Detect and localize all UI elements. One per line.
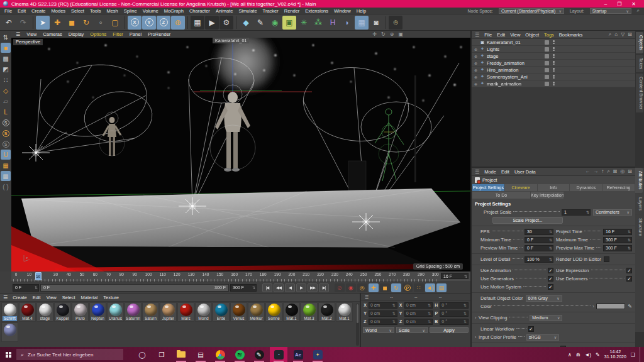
- close-button[interactable]: ✕: [631, 1, 636, 7]
- live-selection-tool[interactable]: ➤: [36, 16, 50, 30]
- pen-icon[interactable]: ✎: [596, 352, 600, 358]
- menu-item[interactable]: Animate: [216, 8, 233, 14]
- menu-item[interactable]: Tools: [90, 8, 101, 14]
- panel-tab[interactable]: Structure: [635, 215, 643, 239]
- viewport-menu-item[interactable]: Cameras: [43, 31, 62, 37]
- material-menu-item[interactable]: Create: [13, 295, 27, 300]
- project-time-input[interactable]: 16 F⇅: [603, 229, 632, 235]
- am-lock-icon[interactable]: ⊠: [613, 168, 618, 175]
- menu-item[interactable]: Tracker: [263, 8, 279, 14]
- material-item[interactable]: Mond: [195, 302, 212, 322]
- next-key-button[interactable]: ▶▶: [308, 283, 318, 292]
- am-forward-icon[interactable]: →: [593, 168, 598, 175]
- x-axis-lock[interactable]: X: [128, 16, 142, 30]
- project-scale-unit-select[interactable]: Centimeters∨: [593, 209, 632, 216]
- viewport-solo-off[interactable]: S: [1, 118, 11, 128]
- material-name[interactable]: Sonne: [268, 316, 280, 321]
- material-sphere[interactable]: [250, 304, 263, 316]
- am-menu-item[interactable]: Mode: [484, 169, 496, 175]
- am-menu-icon[interactable]: ☰: [475, 169, 479, 175]
- level-of-detail-input[interactable]: 100 %⇅: [525, 256, 553, 263]
- title-bar[interactable]: Cinema 4D S22.123 (RC) (Educational Lice…: [0, 0, 644, 8]
- om-home-icon[interactable]: ⌂: [614, 31, 618, 38]
- viewport-menu-icon[interactable]: ☰: [16, 31, 20, 37]
- texture-mode[interactable]: ▩: [1, 53, 11, 63]
- material-sphere[interactable]: [109, 304, 122, 316]
- material-sphere[interactable]: [338, 304, 351, 316]
- object-layer-toggle[interactable]: [545, 61, 549, 65]
- use-motion-system-checkbox[interactable]: ✓: [548, 284, 553, 290]
- viewport-canvas[interactable]: z Perspective Kamerafahrt_01 Grid Spacin…: [11, 38, 470, 272]
- material-menu-item[interactable]: Select: [62, 295, 75, 300]
- tray-expand-icon[interactable]: ∧: [568, 352, 572, 358]
- edges-mode[interactable]: ◇: [1, 85, 11, 96]
- material-item[interactable]: stage: [36, 302, 53, 322]
- network-icon[interactable]: ⋒: [576, 352, 580, 358]
- menu-item[interactable]: Simulate: [238, 8, 257, 14]
- preview-min-time-input[interactable]: 0 F⇅: [525, 245, 553, 251]
- menu-item[interactable]: Select: [71, 8, 84, 14]
- action-center-icon[interactable]: ❑: [631, 352, 635, 358]
- menu-item[interactable]: Character: [189, 8, 210, 14]
- material-name[interactable]: Uranus: [109, 316, 122, 321]
- file-explorer-icon[interactable]: [172, 347, 190, 362]
- material-sphere[interactable]: [162, 304, 175, 316]
- attribute-tab[interactable]: Cineware: [505, 184, 537, 191]
- material-item[interactable]: Uranus: [107, 302, 124, 322]
- rectangle-selection-tool[interactable]: ▢: [108, 16, 122, 30]
- object-row[interactable]: ⊕ ⌖ Hiro_animation: [472, 67, 635, 74]
- make-editable[interactable]: ⇅: [1, 32, 11, 42]
- fps-input[interactable]: 30⇅: [525, 229, 553, 235]
- panel-tab[interactable]: Objects: [636, 32, 643, 53]
- last-used-tool[interactable]: ∘: [94, 16, 108, 30]
- range-start-input[interactable]: 0 F⇅: [13, 284, 39, 292]
- panel-tab[interactable]: Layers: [635, 194, 643, 214]
- material-sphere[interactable]: [4, 304, 16, 316]
- material-name[interactable]: Schrift: [3, 316, 16, 321]
- material-scrollbar[interactable]: [356, 304, 359, 346]
- viewport-menu-item[interactable]: ProRender: [148, 31, 170, 37]
- menu-item[interactable]: Modes: [52, 8, 66, 14]
- use-generators-checkbox[interactable]: ✓: [548, 276, 553, 282]
- render-settings-icon[interactable]: ⚙: [219, 16, 233, 30]
- menu-item[interactable]: Spline: [124, 8, 137, 14]
- material-menu-item[interactable]: View: [47, 295, 57, 300]
- material-menu-item[interactable]: Material: [81, 295, 98, 300]
- attribute-tab[interactable]: Project Settings: [472, 184, 504, 191]
- camera-menu[interactable]: ◙: [369, 16, 383, 30]
- go-to-start-button[interactable]: |◀: [262, 283, 272, 292]
- am-menu-item[interactable]: Edit: [501, 169, 509, 175]
- object-name[interactable]: Sonnensystem_Ani: [487, 74, 543, 80]
- material-item[interactable]: Schrift: [1, 302, 18, 322]
- am-up-icon[interactable]: ↑: [601, 168, 604, 175]
- generators-menu[interactable]: ▣: [282, 16, 296, 30]
- timeline-mode-button[interactable]: ▤: [436, 283, 447, 292]
- material-item[interactable]: Jupiter: [160, 302, 177, 322]
- material-item[interactable]: Kuppel: [54, 302, 71, 322]
- material-name[interactable]: Mat.1: [286, 316, 296, 321]
- material-name[interactable]: Erde: [217, 316, 226, 321]
- record-button[interactable]: ◉: [346, 283, 356, 292]
- cinema4d-icon[interactable]: ◔: [270, 347, 287, 362]
- coordinate-input[interactable]: 0 cm⇅: [369, 319, 397, 325]
- material-menu-item[interactable]: Texture: [103, 295, 119, 300]
- material-sphere[interactable]: [268, 304, 280, 316]
- am-back-icon[interactable]: ←: [585, 168, 590, 175]
- apply-button[interactable]: Apply: [430, 327, 469, 333]
- coordinate-system-toggle[interactable]: ⊕: [171, 16, 185, 30]
- enable-axis-mode[interactable]: L: [1, 107, 11, 117]
- material-menu-icon[interactable]: ☰: [3, 295, 8, 300]
- search-input[interactable]: [28, 352, 109, 358]
- material-name[interactable]: Saturn: [145, 316, 157, 321]
- adobe-app-icon[interactable]: ✦: [309, 347, 326, 362]
- volume-menu[interactable]: ◗: [340, 16, 354, 30]
- camera-name-label[interactable]: Kamerafahrt_01: [213, 38, 249, 43]
- key-position-button[interactable]: ✚: [369, 283, 379, 292]
- material-sphere[interactable]: [92, 304, 104, 316]
- material-sphere[interactable]: [127, 304, 140, 316]
- am-new-icon[interactable]: ⊞: [628, 168, 632, 175]
- attribute-tab[interactable]: Referencing: [602, 184, 635, 191]
- coordinate-mode-select[interactable]: Scale∨: [396, 327, 428, 333]
- timeline-playhead[interactable]: 16: [35, 272, 42, 280]
- minimum-time-input[interactable]: 0 F⇅: [525, 237, 553, 243]
